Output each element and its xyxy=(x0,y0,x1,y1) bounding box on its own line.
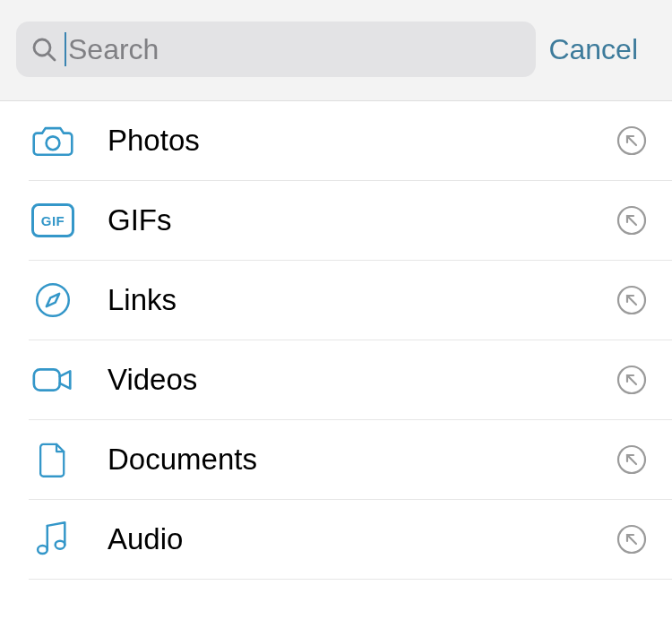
arrow-up-left-icon xyxy=(616,444,647,475)
category-label: Links xyxy=(108,283,616,317)
category-label: Photos xyxy=(108,124,616,158)
arrow-up-left-icon xyxy=(616,285,647,315)
svg-marker-8 xyxy=(47,294,59,306)
svg-point-2 xyxy=(47,136,60,150)
svg-line-6 xyxy=(627,216,636,225)
gif-icon: GIF xyxy=(29,196,77,245)
arrow-up-left-icon xyxy=(616,125,647,156)
svg-line-15 xyxy=(627,455,636,464)
video-icon xyxy=(29,356,77,404)
category-row-videos[interactable]: Videos xyxy=(29,340,672,420)
svg-line-20 xyxy=(627,535,636,544)
search-icon xyxy=(30,36,57,63)
audio-icon xyxy=(29,515,77,563)
arrow-up-left-icon xyxy=(616,205,647,236)
svg-line-10 xyxy=(627,296,636,305)
svg-line-1 xyxy=(48,54,55,60)
category-list: Photos GIF GIFs Links xyxy=(0,101,672,580)
svg-point-18 xyxy=(56,541,65,549)
category-row-documents[interactable]: Documents xyxy=(29,420,672,500)
svg-point-17 xyxy=(38,546,47,554)
category-label: Videos xyxy=(108,363,616,397)
search-box[interactable] xyxy=(16,22,536,77)
category-label: Audio xyxy=(108,522,616,556)
category-row-gifs[interactable]: GIF GIFs xyxy=(29,181,672,261)
arrow-up-left-icon xyxy=(616,524,647,555)
search-header: Cancel xyxy=(0,0,672,101)
search-input[interactable] xyxy=(65,32,521,66)
category-row-audio[interactable]: Audio xyxy=(29,500,672,580)
category-row-photos[interactable]: Photos xyxy=(29,101,672,181)
svg-point-7 xyxy=(37,284,69,316)
category-label: GIFs xyxy=(108,203,616,237)
arrow-up-left-icon xyxy=(616,365,647,395)
compass-icon xyxy=(29,276,77,324)
camera-icon xyxy=(29,116,77,165)
document-icon xyxy=(29,435,77,484)
category-row-links[interactable]: Links xyxy=(29,261,672,340)
category-label: Documents xyxy=(108,443,616,477)
svg-rect-11 xyxy=(34,369,60,390)
cancel-button[interactable]: Cancel xyxy=(548,33,656,66)
svg-line-4 xyxy=(627,136,636,145)
svg-line-13 xyxy=(627,375,636,384)
